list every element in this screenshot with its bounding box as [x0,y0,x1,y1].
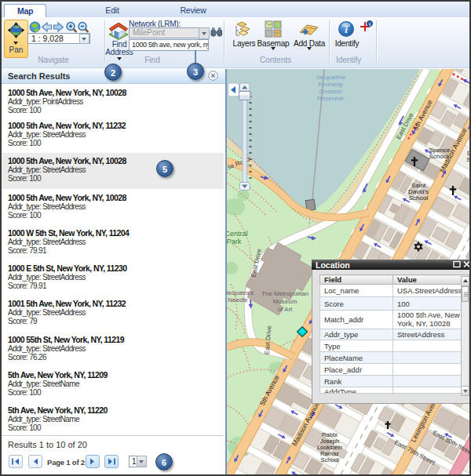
svg-text:Jacqueline: Jacqueline [316,74,346,81]
svg-text:Park: Park [227,238,242,245]
svg-text:Kennedy: Kennedy [318,81,343,88]
svg-text:Reservoir: Reservoir [317,95,345,102]
svg-text:Cleopatra's: Cleopatra's [227,289,254,296]
svg-text:Central: Central [227,230,248,238]
svg-text:Sc: Sc [466,156,471,163]
svg-text:School: School [321,456,339,463]
svg-text:Needle: Needle [228,296,248,303]
svg-text:Museum: Museum [273,298,298,305]
svg-text:Onassis: Onassis [319,88,342,95]
svg-text:i: i [345,24,348,35]
svg-text:The Metropolitan: The Metropolitan [261,290,309,297]
svg-text:of Art: of Art [278,306,293,313]
svg-text:School: School [409,194,429,202]
